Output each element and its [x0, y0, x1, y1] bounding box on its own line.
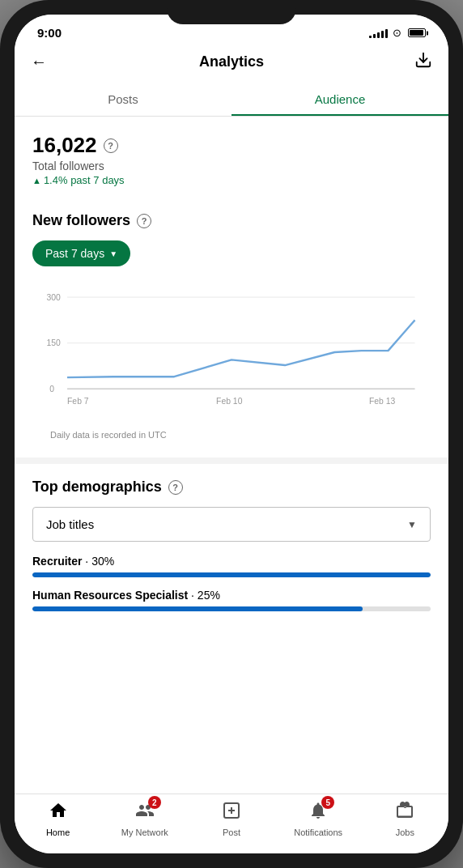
signal-bars-icon — [369, 28, 388, 38]
follower-label: Total followers — [32, 160, 431, 172]
chevron-down-icon: ▼ — [407, 519, 417, 530]
download-button[interactable] — [408, 51, 432, 73]
x-label-feb7: Feb 7 — [67, 397, 89, 406]
wifi-icon: ⊙ — [393, 27, 401, 39]
nav-label-notifications: Notifications — [294, 828, 342, 837]
x-label-feb10: Feb 10 — [216, 397, 243, 406]
home-icon — [49, 801, 68, 825]
demographics-title: Top demographics — [32, 479, 162, 496]
back-button[interactable]: ← — [31, 53, 55, 71]
nav-item-jobs[interactable]: Jobs — [380, 801, 429, 837]
followers-chart: 300 150 0 Feb 7 Feb 10 — [32, 279, 431, 425]
bar-track-recruiter — [32, 572, 431, 577]
page-title: Analytics — [199, 53, 264, 70]
header: ← Analytics — [15, 45, 448, 83]
bar-label-recruiter: Recruiter · 30% — [32, 555, 431, 568]
y-label-150: 150 — [47, 338, 62, 347]
nav-label-jobs: Jobs — [396, 828, 414, 837]
notch — [167, 0, 296, 24]
nav-item-notifications[interactable]: 5 Notifications — [294, 801, 342, 837]
new-followers-title-row: New followers ? — [32, 212, 431, 229]
network-icon: 2 — [135, 801, 155, 825]
post-icon — [222, 801, 241, 825]
bar-label-hr-specialist: Human Resources Specialist · 25% — [32, 589, 431, 602]
time-filter-dropdown-icon: ▼ — [109, 249, 117, 258]
new-followers-section: New followers ? Past 7 days ▼ 300 150 0 — [15, 199, 448, 457]
chart-svg: 300 150 0 Feb 7 Feb 10 — [40, 279, 423, 425]
x-label-feb13: Feb 13 — [369, 397, 396, 406]
follower-count-row: 16,022 ? — [32, 133, 431, 158]
new-followers-info-icon[interactable]: ? — [137, 214, 151, 228]
bottom-nav: Home 2 My Network — [15, 794, 448, 853]
bar-item-hr-specialist: Human Resources Specialist · 25% — [32, 589, 431, 611]
nav-item-network[interactable]: 2 My Network — [121, 801, 169, 837]
demographics-info-icon[interactable]: ? — [168, 480, 183, 495]
chart-line — [67, 320, 415, 377]
follower-growth: ▲ 1.4% past 7 days — [32, 174, 431, 186]
followers-section: 16,022 ? Total followers ▲ 1.4% past 7 d… — [15, 117, 448, 199]
section-divider — [15, 457, 448, 464]
network-badge: 2 — [148, 796, 161, 809]
bar-fill-hr-specialist — [32, 606, 363, 611]
new-followers-title: New followers — [32, 212, 130, 229]
battery-icon — [408, 28, 426, 37]
y-label-300: 300 — [47, 293, 62, 302]
tab-posts[interactable]: Posts — [15, 83, 232, 116]
status-time: 9:00 — [37, 26, 62, 40]
time-filter-label: Past 7 days — [45, 247, 104, 260]
chart-note: Daily data is recorded in UTC — [32, 425, 431, 449]
growth-arrow-icon: ▲ — [32, 176, 41, 185]
main-content: 16,022 ? Total followers ▲ 1.4% past 7 d… — [15, 117, 448, 794]
nav-label-home: Home — [46, 828, 70, 837]
y-label-0: 0 — [49, 385, 54, 394]
follower-count: 16,022 — [32, 133, 97, 158]
notifications-badge: 5 — [321, 796, 334, 809]
phone-frame: 9:00 ⊙ ← Analytics — [0, 0, 463, 868]
nav-label-post: Post — [223, 828, 240, 837]
demographics-dropdown[interactable]: Job titles ▼ — [32, 507, 431, 542]
followers-info-icon[interactable]: ? — [104, 138, 118, 153]
notifications-icon: 5 — [308, 801, 328, 825]
phone-screen: 9:00 ⊙ ← Analytics — [15, 15, 448, 853]
nav-label-network: My Network — [121, 828, 168, 837]
status-icons: ⊙ — [369, 27, 426, 39]
nav-item-post[interactable]: Post — [207, 801, 256, 837]
nav-item-home[interactable]: Home — [34, 801, 83, 837]
bar-track-hr-specialist — [32, 606, 431, 611]
growth-text: 1.4% past 7 days — [44, 174, 125, 186]
tab-audience[interactable]: Audience — [232, 83, 448, 116]
dropdown-label: Job titles — [46, 517, 94, 531]
bar-item-recruiter: Recruiter · 30% — [32, 555, 431, 577]
tabs-container: Posts Audience — [15, 83, 448, 117]
time-filter-button[interactable]: Past 7 days ▼ — [32, 240, 130, 266]
demographics-section: Top demographics ? Job titles ▼ Recruite… — [15, 464, 448, 631]
bar-fill-recruiter — [32, 572, 431, 577]
demographics-title-row: Top demographics ? — [32, 479, 431, 496]
jobs-icon — [395, 801, 414, 825]
